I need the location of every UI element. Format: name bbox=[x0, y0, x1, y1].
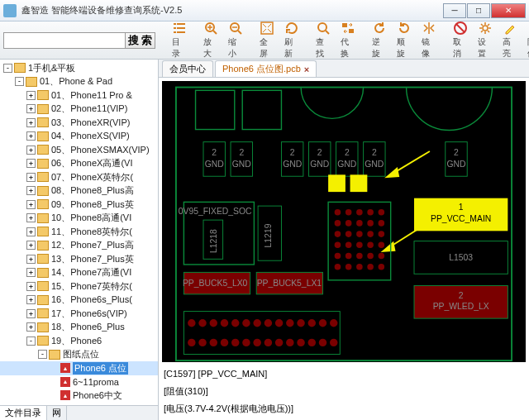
tree-item[interactable]: ▲6~11proma bbox=[0, 375, 158, 389]
svg-point-88 bbox=[335, 253, 341, 260]
tree-item[interactable]: +08、Phone8_Plus高 bbox=[0, 184, 158, 198]
tree-item[interactable]: +01、Phone11 Pro & bbox=[0, 88, 158, 103]
svg-point-82 bbox=[379, 231, 385, 237]
maximize-button[interactable]: □ bbox=[467, 3, 490, 18]
svg-rect-2 bbox=[174, 27, 176, 29]
left-tab-net[interactable]: 网 bbox=[47, 406, 67, 420]
svg-point-115 bbox=[319, 319, 326, 327]
tree-item[interactable]: -图纸点位 bbox=[0, 348, 158, 362]
svg-text:2: 2 bbox=[454, 148, 459, 157]
svg-point-109 bbox=[253, 319, 260, 327]
search-button[interactable]: 搜 索 bbox=[125, 33, 155, 48]
svg-text:GND: GND bbox=[205, 160, 224, 169]
svg-point-127 bbox=[297, 339, 304, 346]
rotate-cw-button[interactable]: 顺旋 bbox=[392, 19, 417, 61]
svg-point-124 bbox=[264, 339, 272, 346]
svg-point-117 bbox=[188, 339, 195, 346]
svg-rect-17 bbox=[349, 29, 354, 33]
info-line3: [电压(3.7V-4.2V(根据电池电压))] bbox=[164, 400, 524, 418]
tree-item[interactable]: ▲Phone6中文 bbox=[0, 389, 158, 403]
device-tree[interactable]: -1手机&平板-01、Phone & Pad+01、Phone11 Pro &+… bbox=[0, 60, 158, 405]
tree-item[interactable]: +13、Phone7_Plus英 bbox=[0, 252, 158, 266]
svg-point-80 bbox=[356, 231, 363, 237]
svg-point-107 bbox=[231, 319, 239, 327]
svg-point-122 bbox=[242, 339, 250, 346]
zoom-out-button[interactable]: 缩小 bbox=[223, 19, 248, 61]
refresh-button[interactable]: 刷新 bbox=[279, 19, 304, 61]
svg-point-119 bbox=[210, 339, 217, 346]
svg-line-19 bbox=[456, 24, 465, 32]
svg-point-72 bbox=[379, 209, 385, 216]
tree-item[interactable]: +11、Phone8英特尔( bbox=[0, 225, 158, 239]
tree-item[interactable]: -01、Phone & Pad bbox=[0, 75, 158, 89]
close-tab-icon[interactable]: × bbox=[304, 64, 309, 74]
tab-member[interactable]: 会员中心 bbox=[162, 60, 213, 77]
zoom-in-button[interactable]: 放大 bbox=[198, 19, 223, 61]
svg-text:PP_VCC_MAIN: PP_VCC_MAIN bbox=[431, 214, 491, 223]
svg-text:1: 1 bbox=[459, 203, 464, 212]
svg-point-77 bbox=[379, 220, 385, 227]
tree-item[interactable]: +17、Phone6s(VIP) bbox=[0, 307, 158, 321]
svg-point-123 bbox=[253, 339, 260, 346]
svg-text:GND: GND bbox=[446, 160, 465, 169]
pcb-viewer[interactable]: GND2GND2GND2GND2GND2GND2GND2 1 PP_VCC_MA… bbox=[159, 78, 529, 420]
svg-point-128 bbox=[308, 339, 316, 346]
tree-item[interactable]: +02、Phone11(VIP) bbox=[0, 103, 158, 117]
settings-button[interactable]: 设置 bbox=[473, 19, 498, 61]
find-button[interactable]: 查找 bbox=[311, 19, 336, 61]
svg-point-90 bbox=[356, 253, 363, 260]
svg-text:L1218: L1218 bbox=[209, 229, 218, 253]
left-panel: -1手机&平板-01、Phone & Pad+01、Phone11 Pro &+… bbox=[0, 60, 159, 420]
resistance-button[interactable]: 阻值 bbox=[522, 19, 529, 61]
tree-item[interactable]: +16、Phone6s_Plus( bbox=[0, 294, 158, 308]
svg-point-125 bbox=[275, 339, 283, 346]
tree-item[interactable]: +04、PhoneXS(VIP) bbox=[0, 130, 158, 144]
tree-item[interactable]: +14、Phone7高通(VI bbox=[0, 266, 158, 280]
svg-point-118 bbox=[198, 339, 206, 346]
svg-point-103 bbox=[188, 319, 195, 327]
tree-item[interactable]: +03、PhoneXR(VIP) bbox=[0, 116, 158, 130]
tree-item[interactable]: +05、PhoneXSMAX(VIP) bbox=[0, 143, 158, 157]
tree-item[interactable]: +15、Phone7英特尔( bbox=[0, 279, 158, 294]
replace-button[interactable]: 代换 bbox=[336, 19, 360, 61]
tree-item[interactable]: +10、Phone8高通(VI bbox=[0, 212, 158, 226]
tree-item[interactable]: -19、Phone6 bbox=[0, 334, 158, 348]
svg-point-74 bbox=[346, 220, 352, 227]
svg-point-86 bbox=[367, 242, 374, 249]
svg-point-112 bbox=[286, 319, 293, 327]
search-input[interactable] bbox=[4, 33, 125, 48]
tree-item[interactable]: +07、PhoneX英特尔( bbox=[0, 170, 158, 184]
svg-text:PP_WLED_LX: PP_WLED_LX bbox=[433, 302, 489, 311]
toc-button[interactable]: 目录 bbox=[167, 19, 192, 61]
svg-text:GND: GND bbox=[365, 160, 384, 169]
svg-text:GND: GND bbox=[283, 160, 302, 169]
tree-item[interactable]: ▲Phone6 点位 bbox=[0, 361, 158, 375]
svg-point-121 bbox=[231, 339, 239, 346]
tree-item[interactable]: +09、Phone8_Plus英 bbox=[0, 198, 158, 212]
fullscreen-button[interactable]: 全屏 bbox=[255, 19, 279, 61]
tab-pcb[interactable]: Phone6 点位图.pcb× bbox=[215, 60, 317, 77]
minimize-button[interactable]: ─ bbox=[443, 3, 466, 18]
rotate-ccw-button[interactable]: 逆旋 bbox=[367, 19, 392, 61]
tree-item[interactable]: -1手机&平板 bbox=[0, 61, 158, 75]
svg-point-113 bbox=[297, 319, 304, 327]
highlight-button[interactable]: 高亮 bbox=[498, 19, 522, 61]
tree-item[interactable]: +18、Phone6_Plus bbox=[0, 321, 158, 335]
tree-item[interactable]: +12、Phone7_Plus高 bbox=[0, 239, 158, 253]
left-tab-files[interactable]: 文件目录 bbox=[0, 406, 47, 420]
svg-text:GND: GND bbox=[310, 160, 329, 169]
svg-line-15 bbox=[326, 31, 329, 34]
svg-point-106 bbox=[221, 319, 228, 327]
cancel-button[interactable]: 取消 bbox=[448, 19, 473, 61]
svg-text:2: 2 bbox=[459, 291, 464, 300]
svg-text:PP_BUCK5_LX0: PP_BUCK5_LX0 bbox=[183, 279, 248, 288]
svg-point-91 bbox=[367, 253, 374, 260]
svg-point-14 bbox=[318, 23, 326, 31]
svg-text:2: 2 bbox=[290, 148, 295, 157]
tree-item[interactable]: +06、PhoneX高通(VI bbox=[0, 157, 158, 171]
mirror-button[interactable]: 镜像 bbox=[417, 19, 441, 61]
close-button[interactable]: ✕ bbox=[491, 3, 526, 18]
right-panel: 会员中心 Phone6 点位图.pcb× GND2GND2GND2GND2GND… bbox=[159, 60, 529, 420]
svg-text:2: 2 bbox=[345, 148, 350, 157]
svg-point-126 bbox=[286, 339, 293, 346]
